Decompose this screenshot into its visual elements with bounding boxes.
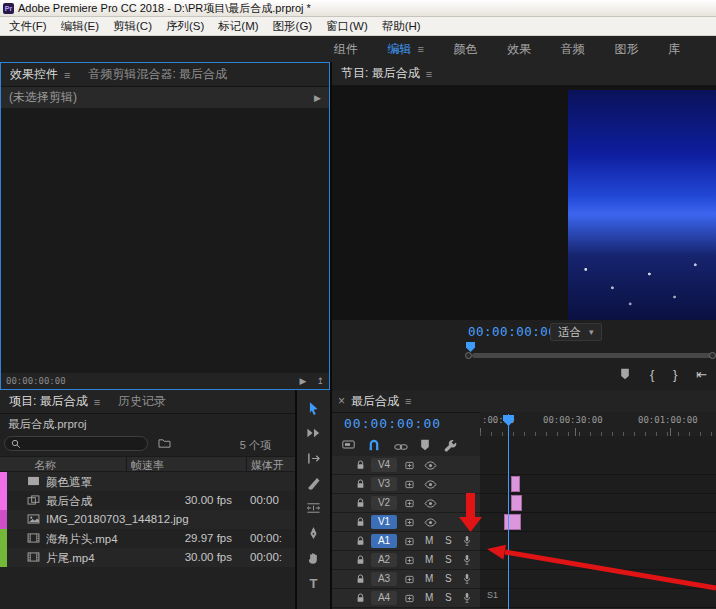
solo-button[interactable]: S <box>445 592 452 603</box>
lock-icon[interactable] <box>356 460 365 470</box>
track-name-v4[interactable]: V4 <box>371 458 397 472</box>
project-row-video-2[interactable]: 片尾.mp4 30.00 fps 00:00: <box>0 548 295 567</box>
lock-icon[interactable] <box>356 517 365 527</box>
program-playhead-marker[interactable] <box>466 342 475 352</box>
timeline-clip[interactable] <box>511 495 522 511</box>
type-tool[interactable]: T <box>306 575 322 591</box>
menu-window[interactable]: 窗口(W) <box>319 19 375 34</box>
solo-button[interactable]: S <box>445 554 452 565</box>
new-bin-icon[interactable] <box>158 438 171 449</box>
ripple-edit-tool[interactable] <box>306 450 322 466</box>
mute-button[interactable]: M <box>425 592 433 603</box>
mute-button[interactable]: M <box>425 554 433 565</box>
sync-lock-icon[interactable] <box>405 518 414 527</box>
collapse-arrow-icon[interactable]: ▶ <box>314 93 321 103</box>
track-name-v3[interactable]: V3 <box>371 477 397 491</box>
menu-graphics[interactable]: 图形(G) <box>266 19 320 34</box>
track-name-a4[interactable]: A4 <box>371 591 397 605</box>
timeline-clip[interactable] <box>504 514 521 530</box>
scrollbar-right-handle[interactable] <box>709 352 716 359</box>
sync-lock-icon[interactable] <box>405 537 414 546</box>
hand-tool[interactable] <box>306 550 322 566</box>
mark-in-icon[interactable]: { <box>650 368 654 381</box>
razor-tool[interactable] <box>306 475 322 491</box>
zoom-level-select[interactable]: 适合 ▾ <box>550 323 602 341</box>
panel-menu-icon[interactable]: ≡ <box>418 43 424 55</box>
panel-menu-icon[interactable]: ≡ <box>64 69 70 81</box>
menu-file[interactable]: 文件(F) <box>2 19 54 34</box>
menu-markers[interactable]: 标记(M) <box>211 19 265 34</box>
voiceover-mic-icon[interactable] <box>463 592 471 604</box>
project-row-color-matte[interactable]: 颜色遮罩 <box>0 472 295 491</box>
tab-program-monitor[interactable]: 节目: 最后合成 ≡ <box>332 65 441 82</box>
workspace-tab-libraries[interactable]: 库 <box>668 41 680 58</box>
play-only-icon[interactable]: ▶ <box>300 376 307 386</box>
project-bin-name[interactable]: 最后合成.prproj <box>8 417 87 432</box>
mute-button[interactable]: M <box>425 535 433 546</box>
workspace-tab-graphics[interactable]: 图形 <box>614 41 638 58</box>
label-color-chip[interactable] <box>0 510 7 529</box>
menu-edit[interactable]: 编辑(E) <box>54 19 106 34</box>
track-name-a1[interactable]: A1 <box>371 534 397 548</box>
label-color-chip[interactable] <box>0 472 7 491</box>
panel-menu-icon[interactable]: ≡ <box>426 68 432 80</box>
workspace-tab-audio[interactable]: 音频 <box>561 41 585 58</box>
go-to-in-icon[interactable]: ⇤ <box>696 368 707 381</box>
mark-out-icon[interactable]: } <box>673 368 677 381</box>
program-current-timecode[interactable]: 00:00:00:00 <box>468 324 556 339</box>
close-icon[interactable]: × <box>332 394 351 408</box>
workspace-tab-color[interactable]: 颜色 <box>454 41 478 58</box>
tab-effect-controls[interactable]: 效果控件 ≡ <box>1 66 79 83</box>
timeline-current-timecode[interactable]: 00:00:00:00 <box>344 416 441 431</box>
track-output-eye-icon[interactable] <box>424 461 437 470</box>
linked-selection-icon[interactable] <box>394 441 408 453</box>
voiceover-mic-icon[interactable] <box>463 535 471 547</box>
sync-lock-icon[interactable] <box>405 575 414 584</box>
timeline-ruler[interactable]: :00:00 00:00:30:00 00:01:00:00 <box>480 412 716 437</box>
sync-lock-icon[interactable] <box>405 461 414 470</box>
label-color-chip[interactable] <box>0 529 7 548</box>
track-output-eye-icon[interactable] <box>424 480 437 489</box>
track-name-v2[interactable]: V2 <box>371 496 397 510</box>
timeline-clip[interactable] <box>511 476 520 492</box>
program-scrollbar[interactable] <box>472 353 712 358</box>
lock-icon[interactable] <box>356 536 365 546</box>
workspace-tab-assembly[interactable]: 组件 <box>334 41 358 58</box>
sync-lock-icon[interactable] <box>405 499 414 508</box>
column-name[interactable]: 名称 <box>34 458 56 473</box>
track-name-v1[interactable]: V1 <box>371 515 397 529</box>
tab-timeline-sequence[interactable]: 最后合成 <box>351 393 399 410</box>
lock-icon[interactable] <box>356 574 365 584</box>
project-row-image[interactable]: IMG_20180703_144812.jpg <box>0 510 295 529</box>
nest-sequence-icon[interactable] <box>342 439 355 450</box>
tab-project[interactable]: 项目: 最后合成 ≡ <box>0 393 109 410</box>
solo-button[interactable]: S <box>445 573 452 584</box>
column-framerate[interactable]: 帧速率 <box>131 458 164 473</box>
mute-button[interactable]: M <box>425 573 433 584</box>
tab-history[interactable]: 历史记录 <box>109 393 175 410</box>
menu-sequence[interactable]: 序列(S) <box>159 19 211 34</box>
selection-tool[interactable] <box>306 400 322 416</box>
label-color-chip[interactable] <box>0 491 7 510</box>
panel-menu-icon[interactable]: ≡ <box>94 396 100 408</box>
slip-tool[interactable] <box>306 500 322 516</box>
scrollbar-left-handle[interactable] <box>465 352 472 359</box>
menu-help[interactable]: 帮助(H) <box>375 19 428 34</box>
effect-controls-timecode[interactable]: 00:00:00:00 <box>6 376 66 386</box>
voiceover-mic-icon[interactable] <box>463 573 471 585</box>
lock-icon[interactable] <box>356 555 365 565</box>
track-output-eye-icon[interactable] <box>424 518 437 527</box>
menu-clip[interactable]: 剪辑(C) <box>106 19 159 34</box>
column-media-start[interactable]: 媒体开 <box>251 458 284 473</box>
panel-menu-icon[interactable]: ≡ <box>405 395 411 407</box>
voiceover-mic-icon[interactable] <box>463 554 471 566</box>
lock-icon[interactable] <box>356 479 365 489</box>
track-name-a2[interactable]: A2 <box>371 553 397 567</box>
sync-lock-icon[interactable] <box>405 480 414 489</box>
add-marker-icon[interactable] <box>420 439 430 451</box>
solo-button[interactable]: S <box>445 535 452 546</box>
tab-audio-clip-mixer[interactable]: 音频剪辑混合器: 最后合成 <box>79 66 236 83</box>
timeline-settings-wrench-icon[interactable] <box>444 439 457 452</box>
export-frame-icon[interactable]: ↥ <box>316 376 324 386</box>
search-input[interactable] <box>21 438 141 449</box>
